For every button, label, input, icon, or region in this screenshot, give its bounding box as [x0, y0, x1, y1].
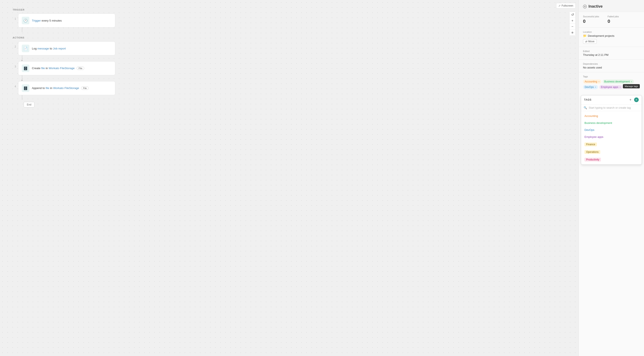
- step-content-2: 📄 Log message to Job report: [18, 42, 566, 55]
- tags-add-button[interactable]: +: [628, 97, 633, 102]
- edited-label: Edited: [583, 50, 640, 52]
- connector-2: [13, 55, 566, 61]
- successful-jobs-stat: Successful jobs 0: [583, 15, 599, 24]
- tag-name-devops: DevOps: [585, 86, 594, 89]
- step-link-filestorage4[interactable]: Workato FileStorage: [53, 86, 79, 90]
- step-row-2: 2 📄 Log message to Job report: [13, 42, 566, 55]
- step-link-jobreport[interactable]: Job report: [53, 47, 66, 50]
- step-icon-2: 📄: [22, 45, 29, 52]
- tag-name-accounting: Accounting: [585, 80, 597, 83]
- tag-operations-badge: Operations: [584, 150, 600, 154]
- tag-finance-badge: Finance: [584, 142, 597, 146]
- status-dot: [584, 6, 586, 7]
- step-text-1: Trigger every 5 minutes: [32, 19, 62, 22]
- dependencies-value: No assets used: [583, 66, 640, 69]
- tags-list: Accounting Business development DevOps E…: [581, 111, 642, 164]
- step-card-3[interactable]: 🗄️ Create file in Workato FileStorage Fi…: [18, 61, 115, 75]
- tag-list-item-productivity[interactable]: Productivity: [581, 155, 642, 163]
- zoom-reset-button[interactable]: ↺: [570, 12, 576, 18]
- tag-list-item-accounting[interactable]: Accounting: [581, 112, 642, 119]
- actions-section: ACTIONS 2 📄 Log message to Job report: [13, 36, 566, 107]
- step-badge-4: File: [81, 86, 89, 90]
- zoom-fit-button[interactable]: ⊕: [570, 30, 576, 36]
- failed-jobs-value: 0: [608, 19, 619, 24]
- step-link-file3[interactable]: file: [41, 67, 45, 70]
- tag-remove-employee-apps[interactable]: ×: [620, 86, 621, 88]
- tags-dropdown: TAGS + × 🔍 Accounting Business developme…: [581, 95, 642, 165]
- status-title: Inactive: [588, 4, 602, 9]
- successful-jobs-label: Successful jobs: [583, 15, 599, 18]
- location-section: Location 📁 Development projects ⇄ Move: [579, 28, 644, 47]
- tag-remove-accounting[interactable]: ×: [598, 80, 600, 83]
- tag-chip-employee-apps[interactable]: Employee apps ×: [599, 85, 622, 89]
- move-button[interactable]: ⇄ Move: [583, 39, 597, 44]
- step-card-2[interactable]: 📄 Log message to Job report: [18, 42, 115, 55]
- step-card-1[interactable]: 🕐 Trigger every 5 minutes: [18, 14, 115, 28]
- end-container: End: [13, 100, 566, 107]
- tags-search-icon: 🔍: [584, 106, 587, 109]
- right-panel: Inactive Successful jobs 0 Failed jobs 0…: [578, 0, 644, 356]
- step-row-4: 4 🗄️ Append to file in Workato FileStora…: [13, 81, 566, 95]
- tag-chip-devops[interactable]: DevOps ×: [583, 85, 598, 89]
- connector-1: [13, 28, 566, 32]
- tag-chip-business-dev[interactable]: Business development ×: [602, 80, 634, 84]
- step-badge-3: File: [77, 67, 84, 70]
- failed-jobs-stat: Failed jobs 0: [608, 15, 619, 24]
- dependencies-section: Dependencies No assets used: [579, 60, 644, 72]
- step-row-3: 3 🗄️ Create file in Workato FileStorage …: [13, 61, 566, 75]
- step-icon-1: 🕐: [22, 17, 29, 24]
- step-content-3: 🗄️ Create file in Workato FileStorage Fi…: [18, 61, 566, 75]
- tag-list-item-finance[interactable]: Finance: [581, 140, 642, 148]
- step-icon-3: 🗄️: [22, 65, 29, 72]
- tag-chip-accounting[interactable]: Accounting ×: [583, 80, 601, 84]
- edited-section: Edited Thursday at 2:11 PM: [579, 47, 644, 60]
- step-row-1: 1 🕐 Trigger every 5 minutes: [13, 14, 566, 28]
- tag-list-item-operations[interactable]: Operations: [581, 148, 642, 155]
- end-button[interactable]: End: [24, 102, 34, 107]
- tags-search-input[interactable]: [589, 106, 639, 109]
- tags-container: Accounting × Business development × DevO…: [583, 80, 640, 89]
- tag-remove-business-dev[interactable]: ×: [631, 80, 632, 83]
- tags-section: Tags Accounting × Business development ×…: [579, 72, 644, 95]
- step-content-1: 🕐 Trigger every 5 minutes: [18, 14, 566, 28]
- actions-section-label: ACTIONS: [13, 36, 566, 39]
- step-text-2: Log message to Job report: [32, 47, 66, 50]
- location-label: Location: [583, 31, 640, 33]
- edited-value: Thursday at 2:11 PM: [583, 53, 640, 56]
- tags-close-button[interactable]: ×: [634, 97, 639, 102]
- step-text-4: Append to file in Workato FileStorage Fi…: [32, 86, 89, 90]
- tag-list-item-business-dev[interactable]: Business development: [581, 119, 642, 126]
- step-link-message[interactable]: message: [37, 47, 49, 50]
- tag-remove-devops[interactable]: ×: [595, 86, 596, 88]
- zoom-in-button[interactable]: +: [570, 18, 576, 24]
- step-card-4[interactable]: 🗄️ Append to file in Workato FileStorage…: [18, 81, 115, 95]
- connector-4: [13, 95, 566, 100]
- step-content-4: 🗄️ Append to file in Workato FileStorage…: [18, 81, 566, 95]
- step-text-3: Create file in Workato FileStorage File: [32, 67, 84, 70]
- status-icon: [583, 5, 587, 9]
- fullscreen-button[interactable]: ⤢ Fullscreen: [556, 3, 576, 9]
- step-link-filestorage3[interactable]: Workato FileStorage: [49, 67, 75, 70]
- failed-jobs-label: Failed jobs: [608, 15, 619, 18]
- move-label: Move: [588, 40, 594, 43]
- workflow-area: TRIGGER 1 🕐 Trigger every 5 minutes ACTI…: [0, 0, 578, 116]
- tag-list-item-employee-apps[interactable]: Employee apps: [581, 133, 642, 140]
- step-number-1: 1: [13, 17, 16, 20]
- stats-row: Successful jobs 0 Failed jobs 0: [579, 12, 644, 28]
- status-row: Inactive: [583, 4, 640, 9]
- panel-header: Inactive: [579, 0, 644, 12]
- tags-dropdown-title: TAGS: [584, 98, 592, 101]
- tag-productivity-badge: Productivity: [584, 158, 601, 161]
- step-link-file4[interactable]: file: [46, 86, 49, 90]
- move-icon: ⇄: [585, 40, 588, 43]
- fullscreen-label: Fullscreen: [562, 4, 573, 7]
- zoom-out-button[interactable]: −: [570, 24, 576, 30]
- fullscreen-icon: ⤢: [558, 4, 560, 7]
- step-number-3: 3: [13, 65, 16, 68]
- step-icon-4: 🗄️: [22, 84, 29, 92]
- location-text: Development projects: [588, 34, 614, 37]
- step-link-trigger[interactable]: Trigger: [32, 19, 41, 22]
- tag-list-item-devops[interactable]: DevOps: [581, 126, 642, 133]
- tags-search-row: 🔍: [581, 104, 642, 111]
- tag-name-employee-apps: Employee apps: [601, 86, 618, 89]
